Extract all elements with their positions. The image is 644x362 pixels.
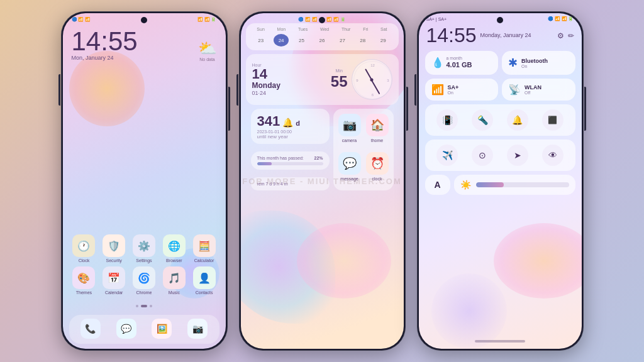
- timer-widget[interactable]: rem 7 d 9 h 4 m: [251, 177, 330, 190]
- data-info: a month 4.01 GB: [447, 56, 472, 69]
- shortcut-camera[interactable]: 📷 camera: [338, 114, 361, 147]
- dot-3: [150, 305, 152, 307]
- screenshot-toggle[interactable]: ⬛: [542, 109, 564, 131]
- location-icon: ➤: [514, 150, 521, 160]
- dock-gallery[interactable]: 🖼️: [148, 319, 175, 340]
- phone1-time: 14:55: [72, 28, 217, 55]
- app-browser[interactable]: 🌐 Browser: [160, 234, 188, 263]
- cal-29: 29: [375, 34, 391, 47]
- cc-tiles-row2: 📶 SA+ On 📡 WLAN Off: [425, 79, 575, 101]
- left-widgets: 341 🔔 d 2023-01-01 00:00 until new year …: [251, 109, 330, 190]
- browser-app-label: Browser: [166, 258, 182, 263]
- dock-messages[interactable]: 💬: [113, 319, 140, 340]
- bg-blob-3: [297, 223, 391, 299]
- cal-24[interactable]: 24: [274, 34, 289, 47]
- cc-time-header: 14:55 Monday, January 24 ⚙ ✏: [419, 23, 582, 51]
- cal-26: 26: [314, 34, 330, 47]
- calendar-app-label: Calendar: [105, 290, 123, 295]
- app-clock[interactable]: 🕐 Clock: [70, 234, 97, 263]
- flashlight-icon: 🔦: [477, 115, 488, 125]
- shortcut-message[interactable]: 💬 message: [338, 152, 361, 185]
- flashlight-toggle[interactable]: 🔦: [472, 109, 493, 131]
- cc-date-text: Monday, January 24: [480, 32, 531, 38]
- bluetooth-status: On: [521, 64, 548, 69]
- progress-bar: [257, 162, 323, 165]
- cal-mon: Mon: [277, 27, 286, 31]
- calculator-app-label: Calculator: [194, 258, 214, 263]
- cc-bg-blob-1: [494, 223, 582, 299]
- themes-app-icon: 🎨: [72, 266, 95, 289]
- data-period: a month: [447, 56, 472, 60]
- data-drop-icon: 💧: [431, 57, 444, 69]
- cc-mode-row: ✈️ ⊙ ➤ 👁: [425, 140, 575, 171]
- cal-fri: Fri: [363, 27, 368, 31]
- countdown-widget[interactable]: 341 🔔 d 2023-01-01 00:00 until new year: [251, 109, 330, 144]
- phone2-status-left: 🔵 📶 📶: [298, 17, 318, 22]
- cal-dates-row: 23 24 25 26 27 28 29: [251, 34, 394, 47]
- contacts-app-icon: 👤: [193, 266, 216, 289]
- app-chrome[interactable]: 🌀 Chrome: [130, 266, 158, 295]
- clock-weekday: Monday: [252, 81, 327, 90]
- dock-camera[interactable]: 📷: [184, 319, 211, 340]
- shortcuts-grid: 📷 camera 🏠 thome 💬 message ⏰: [333, 109, 394, 190]
- dot-1: [136, 305, 138, 307]
- cc-sa-tile[interactable]: 📶 SA+ On: [425, 79, 499, 101]
- phone3-network-label: SA+ | SA+: [426, 17, 447, 21]
- progress-widget[interactable]: This month has passed: 22%: [251, 151, 330, 170]
- cal-28: 28: [355, 34, 370, 47]
- dock-gallery-icon: 🖼️: [152, 319, 172, 339]
- phone2-status-right: 📶 📶 🔋: [326, 17, 346, 22]
- svg-text:9: 9: [356, 79, 358, 82]
- security-app-label: Security: [106, 258, 122, 263]
- cal-23: 23: [253, 34, 269, 47]
- brightness-slider[interactable]: [476, 182, 569, 187]
- cc-data-tile[interactable]: 💧 a month 4.01 GB: [425, 51, 499, 75]
- cc-brightness-tile[interactable]: ☀️: [454, 175, 575, 195]
- cc-controls: 💧 a month 4.01 GB ✱ Bluetooth: [419, 51, 582, 199]
- brightness-fill: [476, 182, 504, 187]
- screenrecord-mode[interactable]: 👁: [542, 145, 564, 166]
- vibrate-toggle[interactable]: 📳: [436, 109, 458, 131]
- phone1-date: Mon, January 24: [72, 55, 217, 61]
- cc-wlan-tile[interactable]: 📡 WLAN Off: [502, 79, 575, 101]
- shortcut-thome[interactable]: 🏠 thome: [366, 114, 389, 147]
- wlan-info: WLAN Off: [525, 84, 541, 95]
- phone-2: 🔵 📶 📶 📶 📶 🔋 Sun Mon Tues Wed Thur Fri Sa…: [239, 11, 406, 351]
- progress-header: This month has passed: 22%: [257, 156, 323, 160]
- cal-sat: Sat: [380, 27, 387, 31]
- bell-toggle[interactable]: 🔔: [507, 109, 528, 131]
- progress-percent: 22%: [314, 156, 323, 160]
- music-app-icon: 🎵: [163, 266, 186, 289]
- dock-phone[interactable]: 📞: [77, 319, 104, 340]
- cc-a-tile[interactable]: A: [425, 175, 450, 195]
- calendar-widget[interactable]: Sun Mon Tues Wed Thur Fri Sat 23 24 25 2…: [246, 23, 399, 50]
- edit-pencil-icon[interactable]: ✏: [568, 31, 574, 40]
- app-calculator[interactable]: 🧮 Calculator: [191, 234, 218, 263]
- app-security[interactable]: 🛡️ Security: [100, 234, 128, 263]
- app-contacts[interactable]: 👤 Contacts: [191, 266, 218, 295]
- weather-icon: ⛅: [198, 40, 217, 57]
- bluetooth-icon: ✱: [508, 56, 518, 70]
- app-calendar[interactable]: 📅 Calendar: [100, 266, 128, 295]
- autorotate-icon: ⊙: [479, 150, 486, 160]
- calendar-app-icon: 📅: [103, 266, 125, 289]
- countdown-label: until new year: [257, 134, 323, 140]
- phone2-status-bar: 🔵 📶 📶 📶 📶 🔋: [289, 13, 355, 23]
- svg-text:3: 3: [387, 79, 389, 82]
- cc-bg-blob-2: [431, 273, 507, 349]
- airplane-mode[interactable]: ✈️: [436, 145, 458, 166]
- settings-gear-icon[interactable]: ⚙: [557, 31, 564, 40]
- page-indicator: [136, 305, 152, 307]
- clock-widget[interactable]: Hour 14 Monday 01·24 Min 55: [246, 54, 399, 105]
- message-shortcut-icon: 💬: [338, 152, 361, 175]
- app-settings[interactable]: ⚙️ Settings: [130, 234, 158, 263]
- cc-bluetooth-tile[interactable]: ✱ Bluetooth On: [502, 51, 575, 75]
- location-mode[interactable]: ➤: [507, 145, 528, 166]
- minutes-value: 55: [331, 73, 348, 90]
- shortcut-clock[interactable]: ⏰ clock: [366, 152, 389, 185]
- app-music[interactable]: 🎵 Music: [160, 266, 188, 295]
- app-themes[interactable]: 🎨 Themes: [70, 266, 97, 295]
- dot-2: [141, 305, 147, 307]
- autorotate-mode[interactable]: ⊙: [472, 145, 493, 166]
- dock-camera-icon: 📷: [187, 319, 208, 339]
